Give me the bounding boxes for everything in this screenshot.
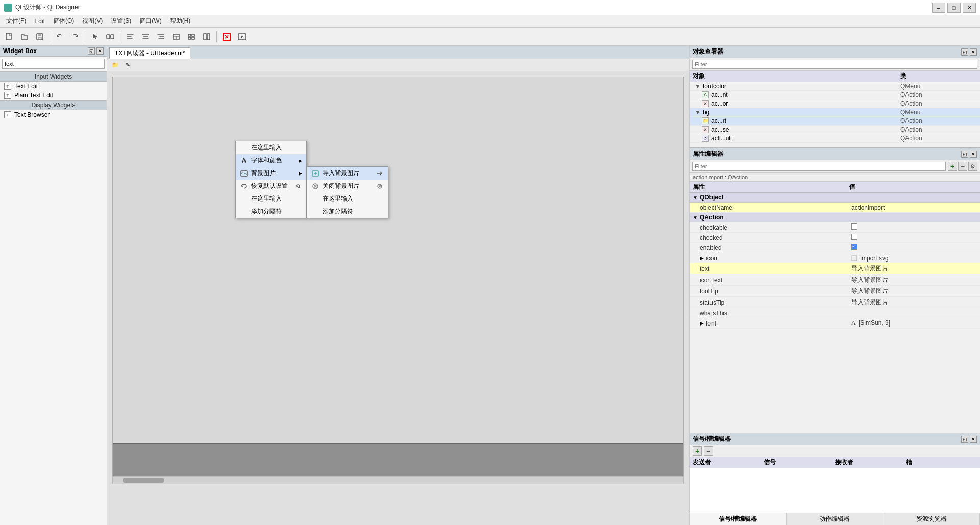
- toolbar-align-center[interactable]: [138, 30, 153, 44]
- widget-item-text-edit[interactable]: T Text Edit: [0, 82, 107, 91]
- menu-edit[interactable]: Edit: [30, 15, 49, 27]
- ctx-item-input2[interactable]: 在这里输入: [236, 192, 306, 205]
- restore-button[interactable]: □: [947, 3, 961, 13]
- prop-expand-qobject[interactable]: ▼: [693, 195, 698, 201]
- prop-row-icon[interactable]: ▶ icon import.svg: [690, 253, 980, 263]
- prop-expand-icon[interactable]: ▶: [700, 255, 704, 261]
- prop-row-tooltip[interactable]: toolTip 导入背景图片: [690, 286, 980, 297]
- ctx-sub-input[interactable]: 在这里输入: [307, 192, 388, 205]
- toolbar-undo[interactable]: [53, 30, 67, 44]
- ctx-item-bg-label: 背景图片: [251, 169, 276, 178]
- menu-form[interactable]: 窗体(O): [49, 15, 78, 27]
- ctx-item-bg-image[interactable]: 背景图片 ▶: [236, 167, 306, 180]
- prop-editor-float-btn[interactable]: ◱: [961, 151, 968, 158]
- obj-icon-acrt: 📁: [702, 117, 709, 124]
- prop-remove-btn[interactable]: –: [958, 162, 967, 171]
- prop-row-checked[interactable]: checked: [690, 233, 980, 243]
- obj-row-bg[interactable]: ▼ bg QMenu: [690, 108, 980, 117]
- menu-help[interactable]: 帮助(H): [166, 15, 195, 27]
- prop-value-checkable[interactable]: [849, 223, 977, 231]
- checkbox-checkable[interactable]: [851, 223, 857, 230]
- toolbar-open[interactable]: [17, 30, 32, 44]
- signal-tab-resources[interactable]: 资源浏览器: [883, 513, 980, 525]
- close-button[interactable]: ✕: [963, 3, 976, 13]
- prop-row-statustip[interactable]: statusTip 导入背景图片: [690, 297, 980, 308]
- signal-col-signal: 信号: [764, 458, 835, 467]
- prop-row-checkable[interactable]: checkable: [690, 222, 980, 233]
- prop-row-enabled[interactable]: enabled: [690, 243, 980, 253]
- prop-row-icontext[interactable]: iconText 导入背景图片: [690, 274, 980, 286]
- menu-view[interactable]: 视图(V): [78, 15, 107, 27]
- toolbar-save[interactable]: [33, 30, 47, 44]
- ctx-sub-import[interactable]: 导入背景图片: [307, 167, 388, 180]
- canvas-scrollbar-h[interactable]: [112, 476, 684, 484]
- signal-tab-signals[interactable]: 信号/槽编辑器: [690, 513, 787, 525]
- toolbar-redo[interactable]: [68, 30, 82, 44]
- prop-expand-font[interactable]: ▶: [700, 320, 704, 326]
- prop-expand-qaction[interactable]: ▼: [693, 215, 698, 220]
- signal-editor-float-btn[interactable]: ◱: [961, 436, 968, 443]
- prop-value-checked[interactable]: [849, 234, 977, 241]
- ctx-sub-sep[interactable]: 添加分隔符: [307, 205, 388, 218]
- toolbar-align-right[interactable]: [154, 30, 168, 44]
- prop-editor-close-btn[interactable]: ✕: [970, 151, 977, 158]
- widget-item-text-browser[interactable]: T Text Browser: [0, 110, 107, 119]
- obj-row-actiult[interactable]: ↺ acti...ult QAction: [690, 134, 980, 143]
- prop-group-qobject[interactable]: ▼ QObject: [690, 193, 980, 203]
- prop-value-enabled[interactable]: [849, 244, 977, 252]
- designer-canvas[interactable]: 在这里输入 A 字体和颜色 ▶ 背景图片 ▶: [112, 77, 684, 484]
- obj-expand-bg[interactable]: ▼: [695, 109, 701, 116]
- ctx-item-sep[interactable]: 添加分隔符: [236, 205, 306, 218]
- signal-remove-btn[interactable]: –: [704, 446, 713, 456]
- checkbox-enabled[interactable]: [851, 244, 857, 250]
- obj-row-acrt[interactable]: 📁 ac...rt QAction: [690, 117, 980, 126]
- toolbar-tab-order[interactable]: [103, 30, 117, 44]
- canvas-edit-btn[interactable]: ✎: [122, 61, 133, 70]
- menu-window[interactable]: 窗口(W): [135, 15, 165, 27]
- obj-filter-input[interactable]: [692, 60, 977, 69]
- minimize-button[interactable]: –: [932, 3, 945, 13]
- widget-box-float-btn[interactable]: ◱: [88, 47, 95, 55]
- ctx-sub-close[interactable]: 关闭背景图片: [307, 180, 388, 192]
- toolbar-new[interactable]: [2, 30, 16, 44]
- canvas-tab-main[interactable]: TXT阅读器 - UIReader.ui*: [109, 47, 190, 59]
- widget-search-input[interactable]: [2, 59, 105, 69]
- prop-row-font[interactable]: ▶ font A [SimSun, 9]: [690, 318, 980, 329]
- prop-settings-btn[interactable]: ⚙: [968, 162, 977, 171]
- obj-inspector-close-btn[interactable]: ✕: [970, 48, 977, 56]
- obj-inspector-float-btn[interactable]: ◱: [961, 48, 968, 56]
- toolbar-more2[interactable]: [184, 30, 199, 44]
- prop-row-objectname[interactable]: objectName actionimport: [690, 203, 980, 213]
- obj-row-acnt[interactable]: A ac...nt QAction: [690, 91, 980, 99]
- canvas-folder-btn[interactable]: 📁: [110, 61, 120, 70]
- toolbar-more1[interactable]: [169, 30, 183, 44]
- toolbar-select[interactable]: [88, 30, 102, 44]
- widget-item-plain-text-edit[interactable]: T Plain Text Edit: [0, 91, 107, 100]
- scrollbar-thumb[interactable]: [123, 478, 164, 483]
- obj-row-acse[interactable]: ✕ ac...se QAction: [690, 126, 980, 134]
- signal-tab-actions[interactable]: 动作编辑器: [787, 513, 884, 525]
- obj-expand-fontcolor[interactable]: ▼: [695, 83, 701, 90]
- prop-group-qaction[interactable]: ▼ QAction: [690, 213, 980, 222]
- ctx-item-font-color[interactable]: A 字体和颜色 ▶: [236, 154, 306, 167]
- checkbox-checked[interactable]: [851, 234, 857, 240]
- ctx-sub-import-icon2: [376, 169, 384, 178]
- prop-row-text[interactable]: text 导入背景图片: [690, 263, 980, 274]
- prop-add-btn[interactable]: +: [948, 162, 957, 171]
- toolbar-more3[interactable]: [200, 30, 214, 44]
- toolbar-break-layout[interactable]: [219, 30, 234, 44]
- menu-settings[interactable]: 设置(S): [107, 15, 135, 27]
- prop-filter-input[interactable]: [692, 162, 946, 171]
- widget-box-close-btn[interactable]: ✕: [96, 47, 104, 55]
- toolbar-preview[interactable]: [235, 30, 249, 44]
- ctx-item-restore[interactable]: 恢复默认设置: [236, 180, 306, 192]
- prop-row-whatsthis[interactable]: whatsThis: [690, 308, 980, 318]
- signal-add-btn[interactable]: +: [693, 446, 702, 456]
- signal-editor-close-btn[interactable]: ✕: [970, 436, 977, 443]
- window-controls: – □ ✕: [932, 3, 976, 13]
- obj-row-acor[interactable]: ✕ ac...or QAction: [690, 99, 980, 108]
- toolbar-align-left[interactable]: [123, 30, 137, 44]
- ctx-item-input[interactable]: 在这里输入: [236, 141, 306, 154]
- obj-row-fontcolor[interactable]: ▼ fontcolor QMenu: [690, 82, 980, 91]
- menu-file[interactable]: 文件(F): [2, 15, 30, 27]
